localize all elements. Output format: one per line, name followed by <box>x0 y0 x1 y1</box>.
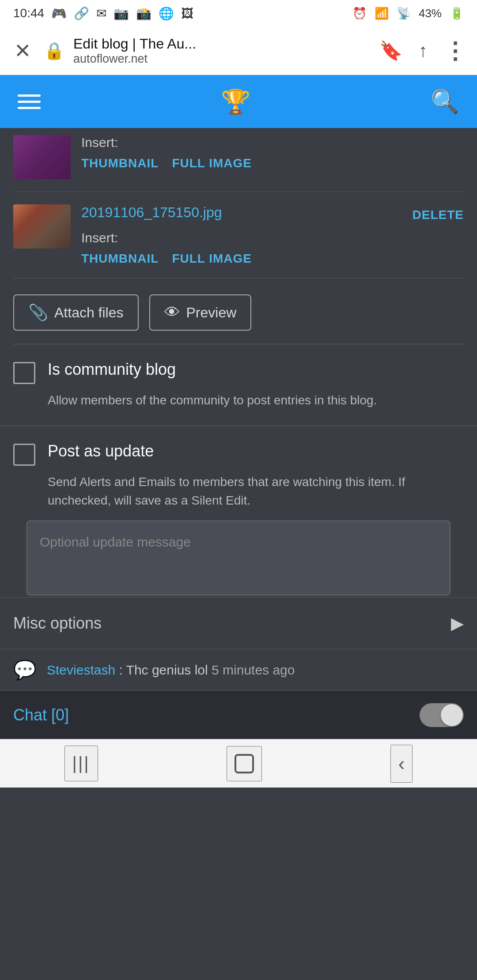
file-list: Insert: THUMBNAIL FULL IMAGE 20191106_17… <box>0 128 477 279</box>
file-thumbnail-1 <box>13 135 71 179</box>
post-as-update-description: Send Alerts and Emails to members that a… <box>48 473 464 510</box>
signal-icon: 📡 <box>397 7 411 20</box>
post-as-update-checkbox[interactable] <box>13 444 35 466</box>
home-icon <box>235 754 254 773</box>
preview-label: Preview <box>186 305 237 321</box>
back-icon: ‹ <box>398 753 405 775</box>
community-blog-section: Is community blog Allow members of the c… <box>0 344 477 426</box>
instagram-icon: 📷 <box>114 6 129 21</box>
community-blog-checkbox[interactable] <box>13 362 35 384</box>
wifi-icon: 📶 <box>375 7 389 20</box>
time-display: 10:44 <box>13 6 44 20</box>
file-name-2: 20191106_175150.jpg <box>81 204 222 221</box>
thumbnail-image-1 <box>13 135 71 179</box>
battery-display: 43% <box>419 7 442 20</box>
chat-bar: Chat [0] <box>0 690 477 739</box>
insert-actions-1: THUMBNAIL FULL IMAGE <box>81 156 464 170</box>
alarm-icon: ⏰ <box>352 7 367 20</box>
update-message-input[interactable] <box>26 520 450 596</box>
file-header-1: Insert: THUMBNAIL FULL IMAGE <box>13 135 464 179</box>
translate-icon: 🌐 <box>159 6 174 21</box>
update-message-area <box>26 520 450 597</box>
insert-label-2: Insert: <box>81 230 464 245</box>
chat-text: Steviestash : Thc genius lol 5 minutes a… <box>47 663 464 678</box>
bookmark-icon[interactable]: 🔖 <box>379 40 402 61</box>
thumbnail-button-1[interactable]: THUMBNAIL <box>81 156 159 170</box>
page-title: Edit blog | The Au... <box>73 36 371 52</box>
chat-notification: 💬 Steviestash : Thc genius lol 5 minutes… <box>0 649 477 690</box>
misc-options-arrow-icon: ▶ <box>451 614 464 633</box>
main-content: Insert: THUMBNAIL FULL IMAGE 20191106_17… <box>0 128 477 739</box>
hamburger-menu-button[interactable] <box>18 94 41 109</box>
browser-actions: 🔖 ↑ ⋮ <box>379 38 466 64</box>
eye-icon: 👁 <box>164 303 180 322</box>
post-as-update-section: Post as update Send Alerts and Emails to… <box>0 426 477 597</box>
insert-actions-2: THUMBNAIL FULL IMAGE <box>81 252 464 266</box>
community-blog-row: Is community blog <box>13 360 464 384</box>
toggle-knob <box>441 704 463 726</box>
domain-label: autoflower.net <box>73 52 371 66</box>
status-bar: 10:44 🎮 🔗 ✉ 📷 📸 🌐 🖼 ⏰ 📶 📡 43% 🔋 <box>0 0 477 26</box>
search-icon[interactable]: 🔍 <box>431 88 459 115</box>
lock-icon: 🔒 <box>44 41 64 60</box>
share-icon[interactable]: ↑ <box>418 40 428 61</box>
preview-button[interactable]: 👁 Preview <box>149 294 252 331</box>
instagram2-icon: 📸 <box>136 6 151 21</box>
url-area: Edit blog | The Au... autoflower.net <box>73 36 371 66</box>
post-as-update-row: Post as update <box>13 442 464 466</box>
battery-icon: 🔋 <box>450 7 464 20</box>
full-image-button-2[interactable]: FULL IMAGE <box>172 252 252 266</box>
home-button[interactable] <box>227 746 262 781</box>
thumbnail-image-2 <box>13 204 71 249</box>
site-logo: 🏆 <box>221 88 250 116</box>
game-controller-icon: 🎮 <box>51 6 67 21</box>
chat-bubble-icon: 💬 <box>13 659 36 681</box>
recent-apps-icon: ||| <box>72 754 90 773</box>
file-info-1: Insert: THUMBNAIL FULL IMAGE <box>81 135 464 170</box>
browser-bar: ✕ 🔒 Edit blog | The Au... autoflower.net… <box>0 26 477 75</box>
file-header-2: 20191106_175150.jpg DELETE Insert: THUMB… <box>13 204 464 266</box>
delete-button-2[interactable]: DELETE <box>413 208 464 222</box>
browser-close-button[interactable]: ✕ <box>11 35 35 66</box>
thumbnail-button-2[interactable]: THUMBNAIL <box>81 252 159 266</box>
chat-bar-label[interactable]: Chat [0] <box>13 706 69 724</box>
status-left: 10:44 🎮 🔗 ✉ 📷 📸 🌐 🖼 <box>13 6 193 21</box>
attach-files-button[interactable]: 📎 Attach files <box>13 294 139 331</box>
misc-options-bar[interactable]: Misc options ▶ <box>0 597 477 649</box>
insert-label-1: Insert: <box>81 135 464 150</box>
image-icon: 🖼 <box>181 6 193 21</box>
top-nav: 🏆 🔍 <box>0 75 477 128</box>
gmail-icon: ✉ <box>96 6 106 21</box>
chat-username[interactable]: Steviestash <box>47 663 115 677</box>
full-image-button-1[interactable]: FULL IMAGE <box>172 156 252 170</box>
link-icon: 🔗 <box>74 6 89 21</box>
back-button[interactable]: ‹ <box>390 745 413 783</box>
file-thumbnail-2 <box>13 204 71 249</box>
chat-timestamp: 5 minutes ago <box>212 663 295 677</box>
status-right: ⏰ 📶 📡 43% 🔋 <box>352 7 464 20</box>
action-buttons-area: 📎 Attach files 👁 Preview <box>0 279 477 344</box>
file-info-2: 20191106_175150.jpg DELETE Insert: THUMB… <box>81 204 464 266</box>
post-as-update-label: Post as update <box>48 442 154 460</box>
file-item-1: Insert: THUMBNAIL FULL IMAGE <box>13 128 464 192</box>
misc-options-label: Misc options <box>13 614 102 633</box>
chat-message: : Thc genius lol <box>119 663 208 677</box>
file-item-2: 20191106_175150.jpg DELETE Insert: THUMB… <box>13 192 464 279</box>
community-blog-description: Allow members of the community to post e… <box>48 391 464 410</box>
community-blog-label: Is community blog <box>48 360 176 379</box>
paperclip-icon: 📎 <box>28 303 48 322</box>
chat-toggle-switch[interactable] <box>420 703 464 727</box>
more-menu-icon[interactable]: ⋮ <box>443 38 466 64</box>
bottom-nav: ||| ‹ <box>0 739 477 788</box>
recent-apps-button[interactable]: ||| <box>64 746 98 781</box>
attach-files-label: Attach files <box>54 305 124 321</box>
